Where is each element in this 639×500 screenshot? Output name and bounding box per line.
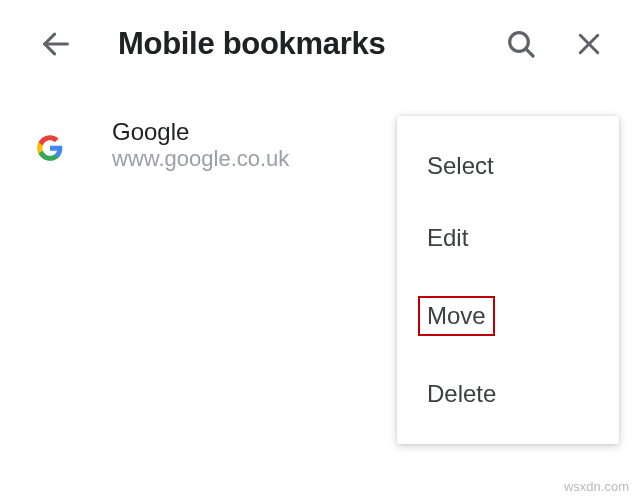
menu-item-label: Edit [427,224,468,252]
bookmark-url: www.google.co.uk [112,146,289,172]
close-icon [574,29,604,59]
back-arrow-icon [39,27,73,61]
bookmark-text: Google www.google.co.uk [112,118,289,172]
bookmark-title: Google [112,118,289,146]
context-menu: Select Edit Move Delete [397,116,619,444]
back-button[interactable] [36,24,76,64]
menu-item-label: Delete [427,380,496,408]
search-icon [505,28,537,60]
search-button[interactable] [501,24,541,64]
menu-item-move[interactable]: Move [397,274,619,358]
menu-item-label: Select [427,152,494,180]
svg-line-2 [526,49,533,56]
google-favicon-icon [36,134,64,162]
menu-item-delete[interactable]: Delete [397,358,619,430]
menu-item-select[interactable]: Select [397,130,619,202]
page-title: Mobile bookmarks [118,26,501,62]
close-button[interactable] [569,24,609,64]
header: Mobile bookmarks [0,0,639,88]
watermark: wsxdn.com [564,479,629,494]
menu-item-edit[interactable]: Edit [397,202,619,274]
menu-item-label: Move [418,296,495,336]
